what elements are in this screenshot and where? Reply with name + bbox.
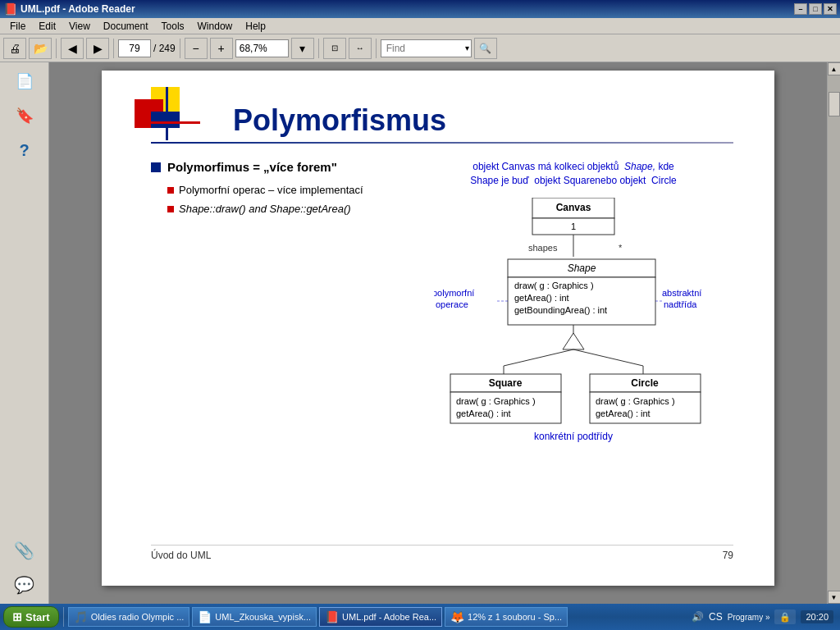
footer-page: 79	[723, 550, 733, 561]
find-input[interactable]	[383, 40, 465, 57]
slide-logo	[135, 87, 200, 136]
separator-4	[318, 39, 319, 58]
scroll-up-button[interactable]: ▲	[828, 62, 841, 75]
scroll-thumb[interactable]	[829, 92, 840, 116]
taskbar-item-3[interactable]: 🦊 12% z 1 souboru - Sp...	[445, 607, 568, 627]
sub-bullet-2: Shape::draw() and Shape::getArea()	[167, 203, 397, 215]
separator-1	[56, 39, 57, 58]
taskbar-icon-2: 📕	[325, 610, 339, 623]
sidebar-help-icon[interactable]: ?	[12, 138, 37, 162]
toolbar: 🖨 📂 ◀ ▶ / 249 − + ▾ ⊡ ↔ ▾ 🔍	[0, 34, 840, 62]
menu-help[interactable]: Help	[239, 19, 272, 34]
taskbar-right: 🔊 CS Programy » 🔒 20:20	[692, 609, 837, 624]
print-button[interactable]: 🖨	[3, 38, 26, 59]
separator-5	[376, 39, 377, 58]
page-input[interactable]	[118, 39, 151, 57]
svg-text:getArea() : int: getArea() : int	[514, 293, 569, 303]
menu-document[interactable]: Document	[97, 19, 155, 34]
clock: 20:20	[801, 610, 833, 623]
taskbar-label-0: Oldies radio Olympic ...	[91, 612, 185, 622]
menu-edit[interactable]: Edit	[32, 19, 62, 34]
sidebar-attach-icon[interactable]: 📎	[12, 538, 37, 563]
tray-network-icon: 🔊	[692, 611, 704, 623]
zoom-dropdown[interactable]: ▾	[291, 38, 314, 59]
svg-text:*: *	[619, 243, 623, 253]
search-button[interactable]: 🔍	[474, 38, 497, 59]
sidebar-page-icon[interactable]: 📄	[12, 69, 37, 94]
start-button[interactable]: ⊞ Start	[3, 606, 59, 628]
taskbar-icon-1: 📄	[198, 610, 212, 623]
close-button[interactable]: ✕	[824, 3, 837, 15]
taskbar-label-3: 12% z 1 souboru - Sp...	[468, 612, 562, 622]
taskbar-label-1: UML_Zkouska_vypisk...	[215, 612, 311, 622]
titlebar-left: 📕 UML.pdf - Adobe Reader	[3, 2, 135, 16]
zoom-in-button[interactable]: +	[210, 38, 233, 59]
logo-vline	[166, 87, 168, 140]
fit-width-button[interactable]: ↔	[349, 38, 372, 59]
uml-description: objekt Canvas má kolkeci objektů Shape, …	[413, 160, 733, 188]
zoom-out-button[interactable]: −	[185, 38, 208, 59]
sub-bullet-1-text: Polymorfní operac – více implementací	[179, 184, 363, 196]
tray-programs: Programy »	[728, 613, 770, 622]
taskbar-label-2: UML.pdf - Adobe Rea...	[342, 612, 436, 622]
bullet-blue-1	[151, 162, 161, 172]
svg-text:nadtřída: nadtřída	[664, 299, 697, 309]
slide-title: Polymorfismus	[233, 103, 733, 138]
svg-text:getArea() : int: getArea() : int	[596, 409, 651, 418]
main-bullet-1-text: Polymorfimus = „více forem"	[167, 160, 337, 174]
svg-text:Canvas: Canvas	[556, 202, 591, 213]
svg-text:polymorfní: polymorfní	[434, 288, 474, 298]
svg-line-22	[573, 349, 643, 366]
svg-text:Shape: Shape	[568, 262, 596, 274]
menubar: File Edit View Document Tools Window Hel…	[0, 18, 840, 34]
scroll-down-button[interactable]: ▼	[828, 591, 841, 604]
pdf-area: Polymorfismus Polymorfimus = „více forem…	[49, 62, 827, 604]
uml-svg: Canvas 1 shapes * Shape	[434, 198, 713, 526]
forward-button[interactable]: ▶	[86, 38, 109, 59]
taskbar-item-2[interactable]: 📕 UML.pdf - Adobe Rea...	[319, 607, 442, 627]
taskbar-item-1[interactable]: 📄 UML_Zkouska_vypisk...	[192, 607, 317, 627]
left-content: Polymorfimus = „více forem" Polymorfní o…	[151, 160, 397, 528]
maximize-button[interactable]: □	[809, 3, 822, 15]
svg-marker-20	[563, 333, 584, 349]
system-tray: 🔒	[774, 609, 796, 624]
svg-text:draw( g : Graphics ): draw( g : Graphics )	[456, 396, 536, 406]
zoom-input[interactable]	[235, 39, 289, 57]
right-content: objekt Canvas má kolkeci objektů Shape, …	[413, 160, 733, 528]
windows-icon: ⊞	[12, 610, 22, 623]
menu-view[interactable]: View	[62, 19, 97, 34]
main-area: 📄 🔖 ? 📎 💬 Polymorfismus	[0, 62, 840, 604]
svg-text:konkrétní podtřídy: konkrétní podtřídy	[534, 431, 613, 442]
svg-text:shapes: shapes	[528, 243, 558, 253]
menu-window[interactable]: Window	[191, 19, 240, 34]
back-button[interactable]: ◀	[61, 38, 84, 59]
taskbar-icon-0: 🎵	[74, 610, 88, 623]
slide-footer: Úvod do UML 79	[151, 545, 733, 561]
open-button[interactable]: 📂	[29, 38, 52, 59]
svg-text:operace: operace	[436, 299, 468, 309]
footer-left: Úvod do UML	[151, 550, 211, 561]
sub-bullet-1: Polymorfní operac – více implementací	[167, 184, 397, 196]
find-dropdown[interactable]: ▾	[465, 43, 469, 52]
menu-file[interactable]: File	[3, 19, 32, 34]
pdf-page: Polymorfismus Polymorfimus = „více forem…	[102, 71, 774, 586]
svg-text:Square: Square	[489, 377, 523, 389]
find-container: ▾	[381, 39, 472, 57]
right-scrollbar: ▲ ▼	[827, 62, 840, 604]
taskbar-sep-1	[63, 607, 64, 627]
uml-diagram: Canvas 1 shapes * Shape	[434, 198, 713, 528]
fit-page-button[interactable]: ⊡	[323, 38, 346, 59]
page-separator: / 249	[153, 43, 176, 54]
main-bullet-1: Polymorfimus = „více forem"	[151, 160, 397, 174]
scroll-track[interactable]	[828, 75, 841, 591]
minimize-button[interactable]: –	[794, 3, 807, 15]
titlebar-controls: – □ ✕	[794, 3, 837, 15]
svg-text:abstraktní: abstraktní	[662, 288, 701, 298]
taskbar: ⊞ Start 🎵 Oldies radio Olympic ... 📄 UML…	[0, 604, 840, 630]
sidebar-bookmark-icon[interactable]: 🔖	[12, 103, 37, 128]
svg-text:getArea() : int: getArea() : int	[456, 409, 511, 418]
taskbar-icon-3: 🦊	[450, 610, 464, 623]
sidebar-comment-icon[interactable]: 💬	[12, 573, 37, 597]
menu-tools[interactable]: Tools	[155, 19, 191, 34]
taskbar-item-0[interactable]: 🎵 Oldies radio Olympic ...	[68, 607, 190, 627]
